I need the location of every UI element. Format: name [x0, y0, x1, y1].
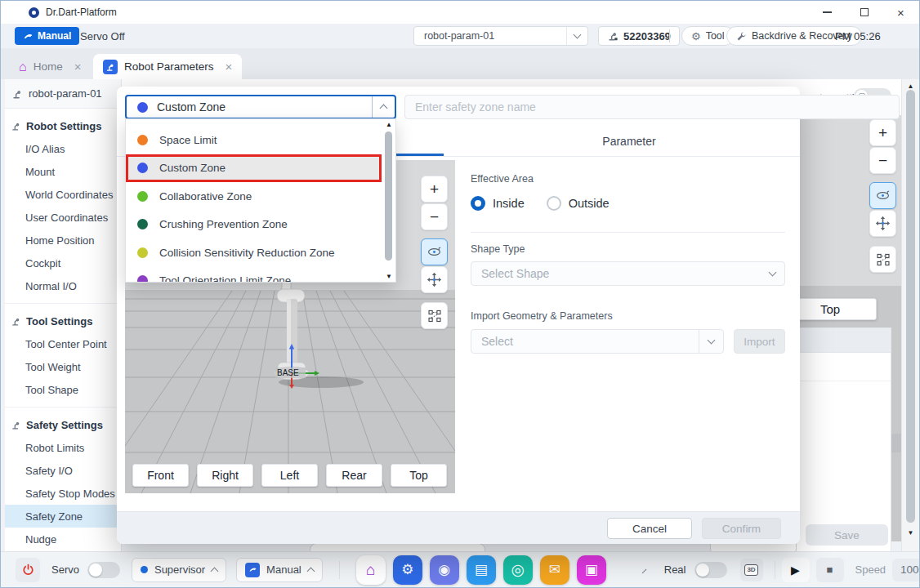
zone-type-option[interactable]: Collision Sensitivity Reduction Zone: [126, 238, 382, 267]
rotate-icon: [875, 188, 891, 203]
pan-view-button[interactable]: [421, 266, 448, 293]
view-button[interactable]: Top: [391, 464, 447, 487]
sidebar-item[interactable]: Tool Weight: [1, 355, 121, 378]
sidebar-item[interactable]: World Coordinates: [1, 183, 121, 206]
sidebar-item[interactable]: Normal I/O: [1, 274, 121, 297]
sidebar-item[interactable]: Tool Center Point: [1, 332, 121, 355]
real-mode-toggle[interactable]: [694, 562, 727, 578]
close-button[interactable]: ×: [882, 1, 919, 24]
zoom-out-button[interactable]: −: [869, 147, 896, 174]
stop-icon: ■: [827, 564, 833, 576]
sidebar-item[interactable]: Nudge: [1, 528, 121, 550]
zone-type-select[interactable]: Custom Zone: [125, 95, 396, 119]
zone-color-dot: [137, 102, 148, 113]
sidebar-item[interactable]: Robot Limits: [1, 436, 121, 459]
close-tab-icon[interactable]: ×: [74, 60, 82, 74]
tab-home[interactable]: ⌂ Home ×: [9, 54, 91, 79]
view-button[interactable]: Rear: [326, 464, 382, 487]
scroll-up-icon[interactable]: ▲: [902, 82, 919, 90]
view-button[interactable]: Left: [261, 464, 318, 487]
mode-select[interactable]: Manual: [236, 558, 323, 582]
import-source-select[interactable]: Select: [471, 329, 724, 354]
effective-area-radios: Inside Outside: [471, 196, 624, 211]
app-window: Dr.Dart-Platform × Manual Servo Off robo…: [0, 0, 920, 588]
robot-serial-box[interactable]: 52203369: [598, 26, 680, 46]
scrollbar-thumb[interactable]: [906, 90, 915, 523]
page-scrollbar[interactable]: ▲ ▼: [901, 79, 919, 551]
shape-type-select[interactable]: Select Shape: [471, 261, 785, 286]
3d-view-button[interactable]: 3D: [740, 559, 763, 581]
rotate-view-button[interactable]: [421, 238, 448, 265]
home-app-icon[interactable]: [356, 555, 386, 585]
scroll-down-icon[interactable]: ▼: [902, 529, 919, 537]
zoom-in-button[interactable]: +: [869, 119, 896, 146]
tab-robot-parameters[interactable]: Robot Parameters ×: [93, 54, 242, 79]
zoom-in-button[interactable]: +: [421, 176, 448, 203]
robot-params-app-icon[interactable]: [393, 555, 422, 585]
import-button[interactable]: Import: [734, 329, 785, 354]
power-button[interactable]: [16, 558, 40, 582]
scroll-down-icon[interactable]: ▼: [384, 273, 394, 280]
sidebar-item[interactable]: Home Position: [1, 229, 121, 252]
zone-type-option[interactable]: Crushing Prevention Zone: [126, 211, 382, 239]
mode-manual-button[interactable]: Manual: [15, 27, 79, 45]
cancel-button[interactable]: Cancel: [607, 518, 692, 539]
zone-name-input[interactable]: [404, 95, 900, 119]
zoom-out-button[interactable]: −: [421, 203, 448, 230]
radio-inside[interactable]: [471, 196, 485, 211]
zone-type-option[interactable]: Space Limit: [126, 126, 382, 154]
confirm-button[interactable]: Confirm: [702, 518, 781, 539]
servo-toggle[interactable]: [87, 562, 120, 578]
view-button[interactable]: Front: [132, 464, 189, 487]
sidebar-preset-header: robot-param-01: [1, 79, 121, 109]
zone-color-dot: [137, 163, 148, 173]
view-button[interactable]: Right: [197, 464, 253, 487]
sidebar-item[interactable]: I/O Alias: [1, 137, 121, 160]
monitoring-app-icon[interactable]: [503, 555, 533, 585]
zone-type-option[interactable]: Tool Orientation Limit Zone: [126, 267, 382, 283]
scrollbar-thumb[interactable]: [385, 131, 392, 261]
sidebar-item[interactable]: Safety Zone: [1, 505, 121, 528]
sidebar-item[interactable]: Safety Stop Modes: [1, 482, 121, 505]
stop-button[interactable]: ■: [816, 558, 844, 582]
sidebar-scrollbar[interactable]: [1, 79, 5, 551]
task-writer-app-icon[interactable]: [467, 555, 496, 585]
sidebar-item[interactable]: User Coordinates: [1, 206, 121, 229]
sidebar-item[interactable]: Safety I/O: [1, 459, 121, 482]
message-app-icon[interactable]: [540, 555, 569, 585]
role-select[interactable]: Supervisor: [132, 558, 226, 582]
dock-expand-chevron-icon[interactable]: [641, 568, 646, 573]
sidebar-item[interactable]: Cockpit: [1, 252, 121, 274]
preset-select[interactable]: robot-param-01: [413, 26, 588, 46]
speed-value[interactable]: 100 %: [892, 559, 920, 581]
sidebar-section-title: Tool Settings: [1, 310, 121, 332]
maximize-button[interactable]: [846, 1, 882, 24]
power-icon: [21, 563, 35, 577]
store-app-icon[interactable]: [577, 555, 606, 585]
measure-button[interactable]: [869, 246, 896, 273]
tab-parameter[interactable]: Parameter: [458, 135, 800, 148]
sidebar-item[interactable]: Tool Shape: [1, 378, 121, 401]
remote-control-app-icon[interactable]: [430, 555, 459, 585]
minimize-button[interactable]: [809, 1, 846, 24]
play-button[interactable]: ▶: [782, 558, 810, 582]
radio-outside[interactable]: [547, 196, 561, 211]
dropdown-scrollbar[interactable]: ▲ ▼: [384, 121, 394, 280]
app-glyph-icon: [438, 563, 450, 577]
chevron-up-icon: [306, 567, 315, 575]
close-tab-icon[interactable]: ×: [226, 60, 233, 74]
zone-type-option[interactable]: Custom Zone: [126, 154, 382, 183]
dialog-footer: Cancel Confirm: [117, 511, 800, 544]
save-button[interactable]: Save: [806, 524, 888, 546]
sidebar-item[interactable]: Mount: [1, 160, 121, 183]
pan-view-button[interactable]: [869, 210, 896, 237]
rotate-view-button[interactable]: [869, 182, 896, 209]
chevron-up-icon: [372, 96, 395, 118]
sidebar-section-title: Robot Settings: [1, 114, 121, 137]
zone-type-dropdown: ▲ ▼ Space Limit Custom Zone Collaborativ…: [125, 118, 396, 283]
measure-button[interactable]: [421, 302, 448, 329]
real-mode-label: Real: [664, 564, 686, 576]
sidebar: robot-param-01 Robot Settings I/O AliasM…: [1, 79, 122, 551]
zone-type-option[interactable]: Collaborative Zone: [126, 182, 382, 211]
scroll-up-icon[interactable]: ▲: [384, 121, 394, 128]
